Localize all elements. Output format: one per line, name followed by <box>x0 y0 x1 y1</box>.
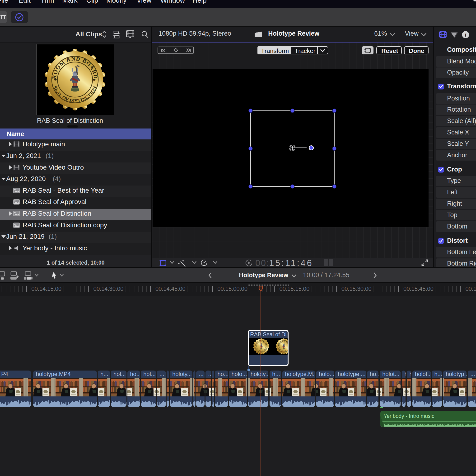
svg-text:hol...: hol... <box>143 371 156 377</box>
svg-text:00:15:45:00: 00:15:45:00 <box>403 286 434 292</box>
svg-text:00:14:15:00: 00:14:15:00 <box>31 286 61 292</box>
svg-text:00:14:45:00: 00:14:45:00 <box>155 286 186 292</box>
svg-text:P4: P4 <box>1 371 8 377</box>
svg-text:holot...: holot... <box>415 371 432 377</box>
svg-text:00:14:30:00: 00:14:30:00 <box>93 286 124 292</box>
svg-text:holo...: holo... <box>232 371 247 377</box>
svg-text:holotype.MP4: holotype.MP4 <box>36 371 71 377</box>
svg-text:h...: h... <box>434 371 442 377</box>
svg-text:holot...: holot... <box>382 371 399 377</box>
svg-text:...: ... <box>159 371 164 377</box>
svg-text:h...: h... <box>100 371 108 377</box>
svg-text:holotype....: holotype.... <box>338 371 365 377</box>
svg-text:ho...: ho... <box>370 371 381 377</box>
svg-text:holoty...: holoty... <box>172 371 192 377</box>
svg-text:Yer body - Intro music: Yer body - Intro music <box>384 413 434 419</box>
svg-text:h: h <box>409 371 412 377</box>
svg-text:00:15:00:00: 00:15:00:00 <box>217 286 248 292</box>
svg-text:holotyp...: holotyp... <box>446 371 469 377</box>
svg-text:holotype.M...: holotype.M... <box>285 371 318 377</box>
svg-text:hol...: hol... <box>113 371 126 377</box>
svg-text:00:15:15:00: 00:15:15:00 <box>280 286 310 292</box>
svg-text:ho...: ho... <box>130 371 141 377</box>
svg-text:...: ... <box>199 371 204 377</box>
svg-text:...: ... <box>470 371 475 377</box>
svg-text:ho...: ho... <box>218 371 229 377</box>
svg-text:i: i <box>465 32 466 38</box>
svg-text:holo...: holo... <box>319 371 334 377</box>
svg-text:00:15:30:00: 00:15:30:00 <box>341 286 372 292</box>
svg-text:00:1: 00:1 <box>465 286 476 292</box>
svg-text:h...: h... <box>272 371 280 377</box>
